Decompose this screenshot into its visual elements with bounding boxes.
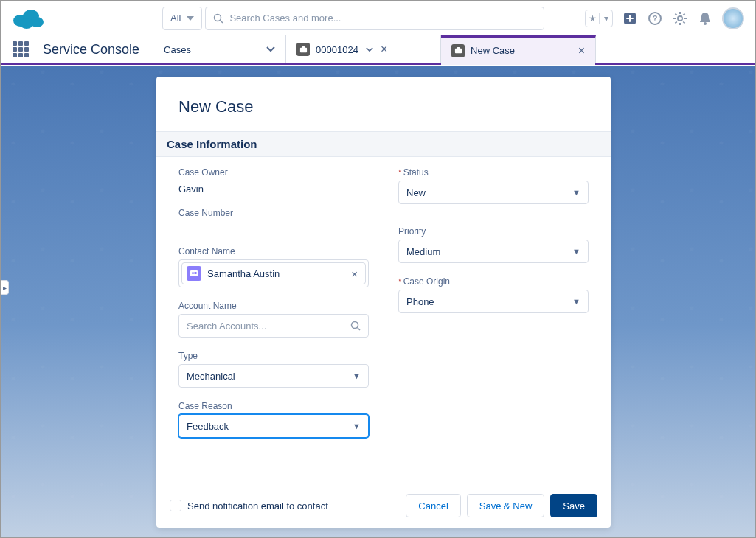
global-search-input[interactable]: [229, 13, 536, 24]
field-case-owner: Case Owner Gavin: [178, 167, 369, 195]
workspace-tab-new-case[interactable]: New Case ×: [441, 35, 596, 63]
search-icon: [350, 321, 361, 331]
svg-text:?: ?: [653, 14, 658, 23]
account-search-input[interactable]: [187, 321, 350, 332]
picklist-value: Phone: [406, 296, 434, 307]
caret-down-icon: ▼: [353, 422, 361, 430]
svg-point-18: [704, 22, 707, 25]
status-picklist[interactable]: New ▼: [398, 181, 589, 204]
search-scope-label: All: [170, 13, 181, 24]
contact-name-lookup[interactable]: Samantha Austin ×: [178, 259, 369, 287]
case-icon: [451, 44, 465, 57]
salesforce-logo: [12, 7, 44, 29]
case-owner-value: Gavin: [178, 181, 369, 195]
notifications-bell-icon[interactable]: [697, 10, 713, 27]
contact-icon: [187, 266, 201, 281]
case-number-value: [178, 221, 369, 224]
tab-close-icon[interactable]: ×: [578, 45, 585, 57]
form-right-column: *Status New ▼ Priority Medium ▼: [398, 167, 589, 451]
svg-point-9: [678, 16, 682, 21]
priority-picklist[interactable]: Medium ▼: [398, 240, 589, 263]
save-button[interactable]: Save: [550, 494, 597, 517]
svg-rect-22: [457, 47, 460, 49]
caret-down-icon: ▼: [572, 247, 580, 256]
svg-point-3: [20, 18, 33, 29]
form-left-column: Case Owner Gavin Case Number Contact Nam…: [178, 167, 369, 451]
global-actions-button[interactable]: [622, 10, 638, 27]
svg-point-27: [352, 322, 358, 329]
svg-rect-25: [195, 272, 197, 273]
global-search[interactable]: [205, 7, 544, 30]
notify-label: Send notification email to contact: [187, 500, 328, 511]
section-case-information: Case Information: [156, 131, 611, 157]
chevron-down-icon[interactable]: [366, 47, 373, 52]
field-status: *Status New ▼: [398, 167, 589, 204]
field-label: *Status: [398, 167, 589, 178]
cancel-button[interactable]: Cancel: [406, 494, 460, 517]
field-label: Type: [178, 351, 369, 361]
svg-line-28: [358, 328, 361, 331]
picklist-value: Medium: [406, 246, 440, 257]
field-contact-name: Contact Name Samantha Austin ×: [178, 246, 369, 287]
setup-gear-icon[interactable]: [672, 10, 688, 27]
split-view-toggle[interactable]: ▸: [1, 280, 9, 295]
caret-down-icon: ▼: [572, 297, 580, 306]
new-case-modal: New Case Case Information Case Owner Gav…: [156, 77, 611, 528]
app-name: Service Console: [40, 35, 153, 63]
field-label: *Case Origin: [398, 276, 589, 287]
header-actions: ★ ▾ ?: [585, 7, 744, 29]
favorites-toggle[interactable]: ★ ▾: [585, 10, 613, 27]
field-label: Case Owner: [178, 167, 369, 178]
caret-down-icon: ▾: [599, 13, 612, 24]
caret-down-icon: [187, 16, 194, 21]
modal-footer: Send notification email to contact Cance…: [156, 483, 611, 528]
type-picklist[interactable]: Mechanical ▼: [178, 364, 369, 388]
field-case-reason: Case Reason Feedback ▼: [178, 401, 369, 438]
search-icon: [213, 13, 223, 24]
field-case-origin: *Case Origin Phone ▼: [398, 276, 589, 313]
field-label: Priority: [398, 226, 589, 237]
search-scope-dropdown[interactable]: All: [162, 7, 202, 30]
svg-line-17: [683, 13, 684, 15]
picklist-value: Feedback: [187, 421, 229, 432]
svg-point-4: [215, 14, 221, 21]
modal-title: New Case: [156, 77, 611, 131]
field-type: Type Mechanical ▼: [178, 351, 369, 388]
svg-rect-20: [302, 46, 305, 47]
account-name-lookup[interactable]: [178, 314, 369, 338]
field-priority: Priority Medium ▼: [398, 226, 589, 263]
notify-checkbox[interactable]: [170, 500, 181, 511]
tab-label: 00001024: [316, 44, 358, 55]
stage: ▸ New Case Case Information Case Owner G…: [1, 66, 755, 537]
case-origin-picklist[interactable]: Phone ▼: [398, 290, 589, 313]
picklist-value: New: [406, 187, 426, 198]
svg-line-15: [683, 21, 684, 23]
field-case-number: Case Number: [178, 208, 369, 224]
help-icon[interactable]: ?: [647, 10, 663, 27]
waffle-icon: [13, 41, 29, 57]
app-launcher[interactable]: [1, 35, 40, 63]
svg-point-24: [192, 272, 194, 274]
contact-pill: Samantha Austin ×: [181, 262, 366, 284]
pill-remove-icon[interactable]: ×: [348, 268, 361, 280]
nav-item-cases[interactable]: Cases: [153, 35, 286, 63]
case-reason-picklist[interactable]: Feedback ▼: [178, 414, 369, 438]
tab-label: New Case: [471, 45, 515, 56]
picklist-value: Mechanical: [187, 371, 235, 382]
svg-line-16: [676, 21, 677, 23]
contact-pill-name: Samantha Austin: [207, 268, 348, 279]
save-and-new-button[interactable]: Save & New: [467, 494, 545, 517]
svg-rect-26: [195, 273, 197, 274]
nav-item-label: Cases: [164, 44, 191, 55]
workspace-tab-00001024[interactable]: 00001024 ×: [286, 35, 441, 63]
chevron-down-icon[interactable]: [266, 46, 275, 52]
case-icon: [296, 43, 310, 56]
user-avatar[interactable]: [722, 7, 744, 29]
field-label: Case Reason: [178, 401, 369, 411]
form-body: Case Owner Gavin Case Number Contact Nam…: [156, 157, 611, 483]
tab-close-icon[interactable]: ×: [381, 43, 387, 55]
caret-down-icon: ▼: [353, 371, 361, 380]
caret-down-icon: ▼: [572, 188, 580, 197]
svg-rect-19: [299, 47, 306, 52]
field-label: Contact Name: [178, 246, 369, 256]
